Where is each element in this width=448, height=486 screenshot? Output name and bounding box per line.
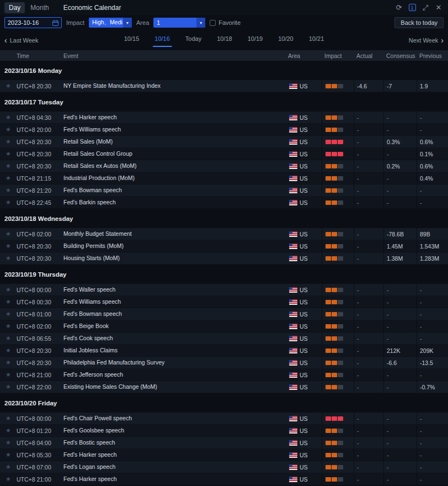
favorite-star-icon[interactable]: ★ — [6, 335, 11, 341]
week-day-tab[interactable]: 10/20 — [277, 30, 295, 47]
favorite-star-icon[interactable]: ★ — [6, 384, 11, 390]
impact-select[interactable]: High、Medi... ▼ — [89, 18, 132, 28]
impact-segment — [326, 164, 331, 168]
impact-indicator — [322, 296, 354, 308]
table-row[interactable]: ★ UTC+8 21:20 Fed's Bowman speech US - -… — [0, 184, 448, 197]
table-row[interactable]: ★ UTC+8 05:30 Fed's Harker speech US - -… — [0, 449, 448, 461]
table-row[interactable]: ★ UTC+8 20:00 Fed's Williams speech US -… — [0, 124, 448, 136]
table-row[interactable]: ★ UTC+8 07:00 Fed's Logan speech US - - … — [0, 461, 448, 473]
table-row[interactable]: ★ UTC+8 20:30 Philadelphia Fed Manufactu… — [0, 357, 448, 369]
favorite-star-icon[interactable]: ★ — [6, 415, 11, 421]
table-row[interactable]: ★ UTC+8 06:55 Fed's Cook speech US - - - — [0, 332, 448, 345]
event-name: Fed's Logan speech — [63, 461, 288, 473]
actual-value: - — [354, 197, 383, 208]
table-row[interactable]: ★ UTC+8 01:20 Fed's Goolsbee speech US -… — [0, 425, 448, 437]
favorite-checkbox[interactable]: Favorite — [210, 19, 241, 26]
impact-segment — [332, 429, 337, 433]
panel-count-icon[interactable]: 1 — [407, 3, 417, 13]
table-row[interactable]: ★ UTC+8 02:00 Fed's Beige Book US - - - — [0, 320, 448, 332]
favorite-star-icon[interactable]: ★ — [6, 347, 11, 353]
favorite-star-icon[interactable]: ★ — [6, 175, 11, 181]
table-row[interactable]: ★ UTC+8 21:15 Industrial Production (MoM… — [0, 172, 448, 184]
favorite-star-icon[interactable]: ★ — [6, 287, 11, 293]
favorite-star-icon[interactable]: ★ — [6, 231, 11, 237]
week-day-tab[interactable]: 10/16 — [153, 30, 171, 47]
favorite-star-icon[interactable]: ★ — [6, 440, 11, 446]
favorite-star-icon[interactable]: ★ — [6, 114, 11, 120]
favorite-star-icon[interactable]: ★ — [6, 360, 11, 366]
table-row[interactable]: ★ UTC+8 20:30 NY Empire State Manufactur… — [0, 80, 448, 92]
table-row[interactable]: ★ UTC+8 20:30 Retail Sales ex Autos (MoM… — [0, 160, 448, 172]
favorite-star-icon[interactable]: ★ — [6, 372, 11, 378]
table-row[interactable]: ★ UTC+8 22:00 Existing Home Sales Change… — [0, 381, 448, 393]
week-day-tab[interactable]: 10/21 — [308, 30, 326, 47]
favorite-star-icon[interactable]: ★ — [6, 163, 11, 169]
week-day-tab[interactable]: 10/19 — [247, 30, 264, 47]
favorite-star-icon[interactable]: ★ — [6, 199, 11, 205]
week-day-tab[interactable]: 10/15 — [123, 30, 141, 47]
table-row[interactable]: ★ UTC+8 21:00 Fed's Jefferson speech US … — [0, 369, 448, 381]
us-flag-icon — [289, 299, 297, 305]
area-code: US — [300, 243, 308, 250]
table-row[interactable]: ★ UTC+8 02:00 Monthly Budget Statement U… — [0, 228, 448, 240]
next-week-button[interactable]: Next Week › — [409, 36, 444, 44]
favorite-star-icon[interactable]: ★ — [6, 151, 11, 157]
table-row[interactable]: ★ UTC+8 21:00 Fed's Harker speech US - -… — [0, 473, 448, 485]
table-row[interactable]: ★ UTC+8 00:00 Fed's Waller speech US - -… — [0, 284, 448, 296]
area-select[interactable]: 1 ▼ — [153, 18, 205, 28]
table-row[interactable]: ★ UTC+8 20:30 Housing Starts (MoM) US - … — [0, 252, 448, 265]
impact-segment — [332, 115, 337, 120]
previous-value: - — [417, 437, 448, 448]
event-name: Fed's Bowman speech — [63, 184, 288, 196]
table-row[interactable]: ★ UTC+8 20:30 Building Permits (MoM) US … — [0, 240, 448, 252]
tab-day[interactable]: Day — [4, 2, 25, 13]
impact-segment — [338, 164, 343, 168]
favorite-star-icon[interactable]: ★ — [6, 126, 11, 133]
table-row[interactable]: ★ UTC+8 00:00 Fed's Chair Powell speech … — [0, 413, 448, 425]
table-row[interactable]: ★ UTC+8 00:30 Fed's Williams speech US -… — [0, 296, 448, 308]
impact-segment — [326, 453, 331, 457]
favorite-star-icon[interactable]: ★ — [6, 323, 11, 329]
favorite-star-icon[interactable]: ★ — [6, 452, 11, 458]
us-flag-icon — [289, 452, 297, 458]
header-impact: Impact — [322, 52, 354, 59]
actual-value: - — [354, 148, 383, 160]
event-area: US — [288, 308, 322, 320]
last-week-button[interactable]: ‹ Last Week — [4, 36, 38, 44]
favorite-star-icon[interactable]: ★ — [6, 476, 11, 482]
week-day-tab[interactable]: Today — [184, 30, 202, 47]
favorite-star-icon[interactable]: ★ — [6, 427, 11, 434]
header-previous: Previous — [417, 52, 448, 59]
impact-indicator — [322, 461, 354, 473]
favorite-star-icon[interactable]: ★ — [6, 255, 11, 261]
impact-segment — [332, 300, 337, 304]
table-row[interactable]: ★ UTC+8 20:30 Initial Jobless Claims US … — [0, 345, 448, 357]
expand-icon[interactable]: ⤢ — [420, 3, 430, 13]
event-time: UTC+8 07:00 — [17, 461, 63, 473]
table-row[interactable]: ★ UTC+8 04:30 Fed's Harker speech US - -… — [0, 112, 448, 124]
table-row[interactable]: ★ UTC+8 01:00 Fed's Bowman speech US - -… — [0, 308, 448, 320]
refresh-icon[interactable]: ⟳ — [394, 3, 404, 13]
table-row[interactable]: ★ UTC+8 22:45 Fed's Barkin speech US - -… — [0, 197, 448, 209]
favorite-star-icon[interactable]: ★ — [6, 243, 11, 249]
checkbox-box[interactable] — [210, 20, 216, 26]
header-event: Event — [63, 52, 288, 59]
table-row[interactable]: ★ UTC+8 04:00 Fed's Bostic speech US - -… — [0, 437, 448, 449]
favorite-star-icon[interactable]: ★ — [6, 139, 11, 145]
date-input[interactable]: 2023-10-16 — [4, 17, 62, 28]
favorite-star-icon[interactable]: ★ — [6, 187, 11, 193]
week-day-tab[interactable]: 10/18 — [216, 30, 233, 47]
impact-segment — [326, 200, 331, 205]
impact-segment — [338, 373, 343, 377]
previous-value: 209K — [417, 345, 448, 356]
favorite-star-icon[interactable]: ★ — [6, 464, 11, 470]
back-to-today-button[interactable]: Back to today — [394, 17, 444, 28]
favorite-star-icon[interactable]: ★ — [6, 299, 11, 305]
impact-segment — [332, 348, 337, 353]
favorite-star-icon[interactable]: ★ — [6, 83, 11, 89]
favorite-star-icon[interactable]: ★ — [6, 311, 11, 317]
table-row[interactable]: ★ UTC+8 20:30 Retail Sales Control Group… — [0, 148, 448, 160]
close-icon[interactable]: ✕ — [434, 3, 444, 13]
tab-month[interactable]: Month — [26, 2, 53, 13]
table-row[interactable]: ★ UTC+8 20:30 Retail Sales (MoM) US - 0.… — [0, 136, 448, 148]
